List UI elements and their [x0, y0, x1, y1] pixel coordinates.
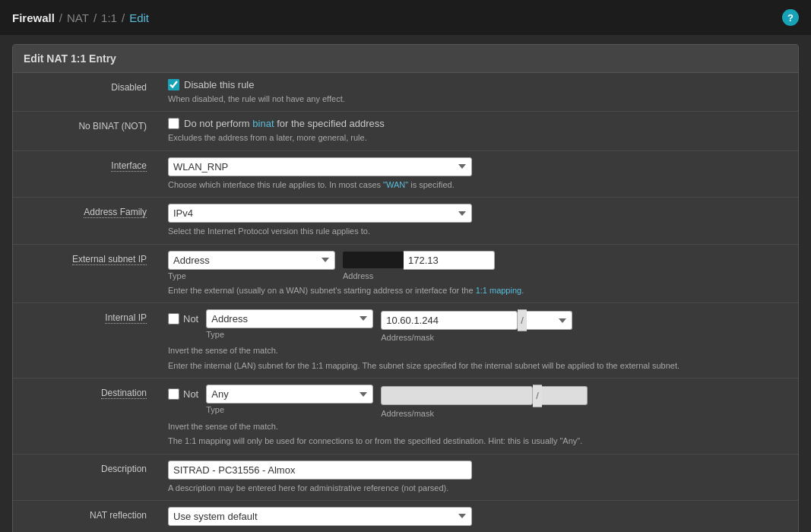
interface-hint: Choose which interface this rule applies… [168, 179, 787, 191]
row-description: Description A description may be entered… [13, 454, 798, 501]
external-type-select[interactable]: Address Network Range [168, 251, 335, 270]
label-destination: Destination [13, 378, 157, 453]
content-destination: Not Any Address Network Type / [157, 378, 798, 453]
label-no-binat: No BINAT (NOT) [13, 112, 157, 150]
row-address-family: Address Family IPv4 IPv6 IPv4+IPv6 Selec… [13, 198, 798, 244]
no-binat-checkbox[interactable] [168, 118, 179, 129]
breadcrumb-sep3: / [122, 11, 125, 24]
dest-slash-separator: / [533, 385, 542, 407]
dest-not-hint: Invert the sense of the match. [168, 421, 787, 432]
external-subnet-hint: Enter the external (usually on a WAN) su… [168, 285, 787, 296]
internal-not-hint: Invert the sense of the match. [168, 345, 787, 356]
breadcrumb-sep2: / [93, 11, 97, 24]
internal-addr-label: Address/mask [381, 333, 572, 342]
disabled-checkbox-label: Disable this rule [184, 79, 255, 90]
ext-type-group: Address Network Range Type [168, 251, 335, 280]
disabled-hint: When disabled, the rule will not have an… [168, 93, 787, 105]
breadcrumb-firewall: Firewall [12, 11, 55, 24]
external-address-input[interactable] [404, 251, 495, 270]
internal-type-group: Address Network Range Type [206, 309, 373, 339]
dest-not-checkbox[interactable] [168, 388, 179, 400]
internal-addr-group: / 32 24 16 Address/mask [381, 309, 572, 343]
addr-mask-group: / 32 24 16 [381, 309, 572, 332]
dest-addr-mask-group: / 32 24 [381, 385, 588, 407]
address-family-select[interactable]: IPv4 IPv6 IPv4+IPv6 [168, 204, 472, 223]
description-hint: A description may be entered here for ad… [168, 483, 787, 494]
label-internal-ip: Internal IP [13, 303, 157, 378]
row-external-subnet: External subnet IP Address Network Range… [13, 245, 798, 303]
label-interface: Interface [13, 151, 157, 197]
ext-addr-display [343, 251, 495, 270]
description-input[interactable] [168, 461, 472, 480]
content-nat-reflection: Use system default Enable Disable [157, 501, 798, 532]
content-no-binat: Do not perform binat for the specified a… [157, 112, 798, 150]
internal-mask-select[interactable]: 32 24 16 [527, 311, 572, 330]
breadcrumb-oneone[interactable]: 1:1 [101, 11, 117, 24]
dest-type-group: Any Address Network Type [206, 385, 373, 414]
dest-address-input[interactable] [381, 386, 533, 405]
content-internal-ip: Not Address Network Range Type / [157, 303, 798, 378]
internal-type-select[interactable]: Address Network Range [206, 309, 373, 328]
ext-addr-label: Address [343, 271, 495, 280]
ext-addr-group: Address [343, 251, 495, 280]
row-nat-reflection: NAT reflection Use system default Enable… [13, 501, 798, 532]
card-header: Edit NAT 1:1 Entry [13, 45, 798, 73]
row-destination: Destination Not Any Address Network Typ [13, 378, 798, 454]
dest-addr-group: / 32 24 Address/mask [381, 385, 588, 418]
content-external-subnet: Address Network Range Type Address [157, 245, 798, 302]
row-no-binat: No BINAT (NOT) Do not perform binat for … [13, 112, 798, 150]
content-description: A description may be entered here for ad… [157, 454, 798, 500]
address-family-hint: Select the Internet Protocol version thi… [168, 226, 787, 237]
dest-type-select[interactable]: Any Address Network [206, 385, 373, 404]
dest-type-label: Type [206, 405, 373, 414]
label-address-family: Address Family [13, 198, 157, 243]
nat-reflection-select[interactable]: Use system default Enable Disable [168, 507, 472, 526]
breadcrumb-nat[interactable]: NAT [67, 11, 89, 24]
ext-type-label: Type [168, 271, 335, 280]
disabled-checkbox[interactable] [168, 79, 179, 90]
internal-type-label: Type [206, 330, 373, 339]
redacted-block [343, 252, 404, 268]
breadcrumb: Firewall / NAT / 1:1 / Edit [12, 11, 149, 24]
no-binat-label: Do not perform binat for the specified a… [184, 118, 385, 129]
label-nat-reflection: NAT reflection [13, 501, 157, 532]
row-interface: Interface WLAN_RNP WAN LAN Choose which … [13, 151, 798, 198]
internal-ip-hint: Enter the internal (LAN) subnet for the … [168, 360, 787, 372]
breadcrumb-sep1: / [59, 11, 62, 24]
internal-not-label: Not [183, 313, 198, 325]
label-description: Description [13, 454, 157, 500]
dest-not-label: Not [183, 388, 198, 400]
edit-nat-card: Edit NAT 1:1 Entry Disabled Disable this… [12, 44, 799, 532]
row-internal-ip: Internal IP Not Address Network Range T [13, 303, 798, 378]
dest-not-group: Not [168, 385, 198, 400]
dest-hint: The 1:1 mapping will only be used for co… [168, 435, 787, 447]
internal-not-checkbox[interactable] [168, 313, 179, 325]
label-external-subnet: External subnet IP [13, 245, 157, 302]
label-disabled: Disabled [13, 73, 157, 111]
no-binat-hint: Excludes the address from a later, more … [168, 132, 787, 144]
topbar: Firewall / NAT / 1:1 / Edit ? [0, 0, 811, 35]
content-address-family: IPv4 IPv6 IPv4+IPv6 Select the Internet … [157, 198, 798, 243]
content-interface: WLAN_RNP WAN LAN Choose which interface … [157, 151, 798, 197]
internal-address-input[interactable] [381, 311, 518, 330]
row-disabled: Disabled Disable this rule When disabled… [13, 73, 798, 112]
slash-separator: / [518, 309, 527, 332]
internal-not-group: Not [168, 309, 198, 325]
dest-mask-select[interactable]: 32 24 [542, 386, 588, 405]
content-disabled: Disable this rule When disabled, the rul… [157, 73, 798, 111]
help-icon[interactable]: ? [782, 9, 799, 26]
breadcrumb-edit: Edit [129, 11, 149, 24]
main-content: Edit NAT 1:1 Entry Disabled Disable this… [0, 35, 811, 532]
dest-addr-label: Address/mask [381, 409, 588, 418]
interface-select[interactable]: WLAN_RNP WAN LAN [168, 157, 472, 176]
